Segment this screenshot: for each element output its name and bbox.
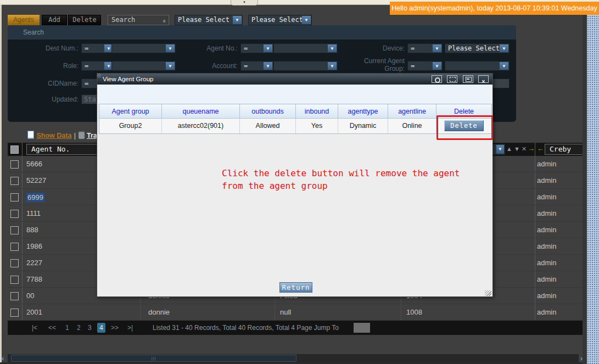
select-all-checkbox[interactable] — [10, 145, 19, 154]
cell-inbound: Yes — [296, 119, 338, 133]
cell-agent-no: 2227 — [26, 259, 42, 267]
cell-creby: admin — [537, 160, 556, 168]
close-dialog-icon[interactable]: × — [478, 75, 489, 83]
label-agent-no: Agent No.: — [183, 43, 238, 53]
collapse-dialog-icon[interactable] — [432, 75, 442, 83]
label-role: Role: — [22, 61, 79, 71]
current-agent-group-select[interactable]: ▼ — [445, 61, 510, 71]
cell-creby: admin — [537, 259, 556, 267]
right-dark-strip — [583, 4, 587, 364]
row-checkbox[interactable] — [10, 177, 19, 185]
chevron-down-icon: ▼ — [264, 44, 272, 52]
role-op-select[interactable]: =▼ — [81, 61, 114, 71]
restore-glyph — [466, 77, 472, 82]
link-separator: | — [74, 132, 76, 139]
toolbar-select-2[interactable]: Please Select ▼ — [248, 15, 312, 25]
column-options-dropdown[interactable]: ▼ — [492, 144, 505, 155]
agent-no-op-select[interactable]: =▼ — [240, 43, 273, 53]
prev-page-button[interactable]: << — [48, 321, 56, 335]
col-agentline: agentline — [388, 104, 436, 119]
column-header-creby[interactable]: Creby — [545, 144, 584, 155]
page-4-button-active[interactable]: 4 — [97, 323, 105, 333]
search-input[interactable]: Search « — [108, 15, 169, 25]
row-checkbox[interactable] — [10, 309, 19, 317]
row-checkbox[interactable] — [10, 160, 19, 169]
op-value: = — [85, 80, 88, 87]
row-checkbox[interactable] — [10, 292, 19, 300]
account-select[interactable]: ▼ — [273, 61, 338, 71]
add-button[interactable]: Add — [42, 15, 67, 26]
next-page-button[interactable]: >> — [111, 321, 119, 335]
row-checkbox[interactable] — [10, 243, 19, 251]
chevron-down-icon: ▼ — [166, 62, 175, 70]
right-resize-gutter[interactable] — [587, 4, 599, 364]
resize-corner-icon[interactable] — [97, 74, 101, 77]
row-checkbox[interactable] — [10, 226, 19, 234]
device-select[interactable]: Please Select ▼ — [445, 43, 510, 53]
op-value: = — [244, 44, 248, 52]
label-account: Account: — [183, 61, 238, 71]
x-glyph: × — [482, 78, 485, 85]
account-op-select[interactable]: =▼ — [240, 61, 273, 71]
restore-dialog-icon[interactable] — [463, 75, 473, 83]
document-icon — [27, 131, 34, 139]
pagination-summary: Listed 31 - 40 Records, Total 40 Records… — [153, 321, 339, 335]
row-checkbox[interactable] — [10, 276, 19, 284]
dialog-title-bar[interactable]: View Agent Group × — [97, 74, 492, 85]
scrollbar-grip-icon: ||| — [151, 356, 156, 361]
trash-icon — [79, 132, 85, 139]
dest-num-op-select[interactable]: =▼ — [81, 43, 114, 53]
row-checkbox[interactable] — [10, 210, 19, 218]
cell-type: null — [280, 308, 291, 316]
row-checkbox[interactable] — [10, 259, 19, 267]
app-root: ▼ Hello admin(systemadmin), today 2013-0… — [0, 0, 599, 364]
delete-button[interactable]: Delete — [68, 15, 101, 26]
tab-agents[interactable]: Agents — [8, 15, 40, 25]
search-panel-title: Search — [23, 29, 44, 36]
chevron-down-icon: ▼ — [433, 44, 441, 52]
cell-agent-no: 52227 — [26, 176, 46, 184]
jump-to-page-input[interactable] — [354, 323, 370, 333]
row-checkbox[interactable] — [10, 193, 19, 201]
page-3-button[interactable]: 3 — [88, 321, 92, 335]
cell-queuename: astercc02(901) — [162, 119, 240, 133]
cell-creby: admin — [537, 308, 556, 316]
op-value: = — [411, 44, 415, 52]
scroll-left-icon[interactable]: ‹ — [2, 355, 4, 362]
cell-agent-no: 5666 — [26, 160, 42, 168]
move-column-right-icon[interactable]: → — [528, 144, 535, 153]
cell-agent-no: 888 — [26, 226, 38, 234]
collapse-up-icon[interactable]: « — [160, 19, 169, 23]
current-agent-group-op-select[interactable]: =▼ — [407, 61, 443, 71]
last-page-button[interactable]: >| — [127, 321, 133, 335]
delete-agent-button[interactable]: Delete — [444, 120, 484, 131]
collapse-panel-handle[interactable]: ▼ — [231, 0, 258, 5]
sort-descending-icon[interactable]: ▼ — [514, 145, 520, 152]
table-row[interactable]: 2001 donnie null 1008 admin — [8, 304, 586, 321]
horizontal-scrollbar-thumb[interactable]: ||| — [11, 355, 296, 362]
maximize-dialog-icon[interactable] — [447, 75, 457, 83]
toolbar-select-1[interactable]: Please Select ▼ — [175, 15, 243, 25]
annotation-line-2: from the agent group — [222, 181, 328, 191]
show-data-link[interactable]: Show Data — [36, 132, 71, 139]
resize-handle-icon[interactable] — [485, 290, 491, 296]
page-1-button[interactable]: 1 — [65, 321, 69, 335]
chevron-down-icon: ▼ — [496, 145, 504, 154]
page-2-button[interactable]: 2 — [77, 321, 81, 335]
device-op-select[interactable]: =▼ — [407, 43, 443, 53]
cell-agent-no-selected: 6999 — [26, 193, 44, 202]
agent-no-select[interactable]: ▼ — [273, 43, 338, 53]
clear-sort-icon[interactable]: ✕ — [522, 145, 527, 153]
device-select-value: Please Select — [448, 44, 500, 52]
cell-agenttype: Dynamic — [338, 119, 388, 133]
dest-num-select[interactable]: ▼ — [111, 43, 176, 53]
cell-agent-no: 1986 — [26, 242, 42, 250]
move-column-left-icon[interactable]: ← — [537, 144, 544, 153]
chevron-down-icon: ▼ — [328, 44, 337, 52]
return-button[interactable]: Return — [279, 282, 312, 293]
first-page-button[interactable]: |< — [32, 321, 37, 335]
cell-creby: admin — [537, 275, 556, 283]
label-updated: Updated: — [22, 94, 79, 104]
role-select[interactable]: ▼ — [111, 61, 176, 71]
sort-ascending-icon[interactable]: ▲ — [506, 145, 512, 152]
